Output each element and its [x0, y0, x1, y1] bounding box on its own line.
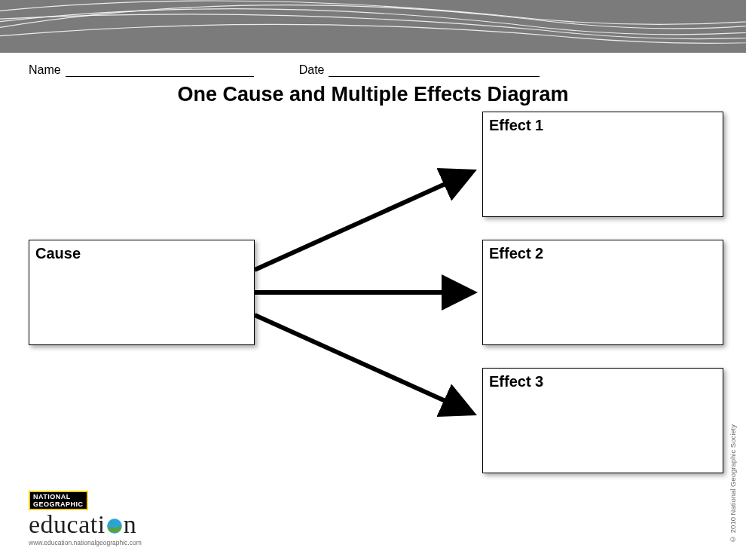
header-banner [0, 0, 746, 53]
effect-3-box[interactable]: Effect 3 [482, 368, 723, 473]
date-field-group: Date [299, 63, 540, 77]
name-field-group: Name [29, 63, 254, 77]
wordmark-post: n [124, 512, 137, 537]
arrow-to-effect-1 [255, 173, 469, 270]
date-input-line[interactable] [329, 66, 540, 77]
natgeo-logo-frame: NATIONAL GEOGRAPHIC [29, 491, 88, 510]
effect-3-label: Effect 3 [489, 373, 543, 390]
effect-2-box[interactable]: Effect 2 [482, 240, 723, 345]
globe-icon [106, 513, 123, 530]
education-wordmark: educati n [29, 512, 142, 537]
cause-label: Cause [35, 245, 81, 262]
cause-box[interactable]: Cause [29, 240, 255, 345]
arrow-to-effect-3 [255, 315, 469, 412]
footer: NATIONAL GEOGRAPHIC educati n www.educat… [29, 488, 142, 546]
copyright-text: © 2010 National Geographic Society [729, 424, 737, 543]
page-title: One Cause and Multiple Effects Diagram [0, 83, 746, 106]
name-date-row: Name Date [29, 63, 540, 77]
date-label: Date [299, 63, 325, 77]
wordmark-pre: educati [29, 512, 105, 537]
footer-url: www.education.nationalgeographic.com [29, 539, 142, 546]
brand-bottom: GEOGRAPHIC [33, 500, 84, 508]
effect-1-box[interactable]: Effect 1 [482, 112, 723, 217]
effect-1-label: Effect 1 [489, 117, 543, 133]
name-input-line[interactable] [66, 66, 254, 77]
name-label: Name [29, 63, 61, 77]
brand-top: NATIONAL [33, 493, 84, 500]
effect-2-label: Effect 2 [489, 245, 543, 262]
